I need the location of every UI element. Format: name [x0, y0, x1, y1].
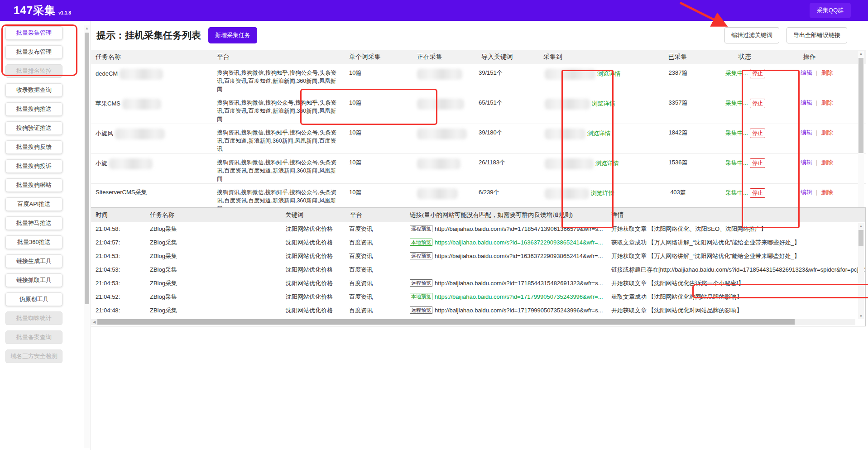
article-link[interactable]: http://baijiahao.baidu.com/s?id=17185443… — [435, 280, 603, 287]
log-row: 21:04:53: ZBlog采集 沈阳网站优化价格 百度资讯 链接或标题已存在… — [91, 263, 865, 277]
per-word-count: 10篇 — [345, 64, 412, 94]
col-actions: 操作 — [779, 53, 866, 61]
log-detail: 获取文章成功 【沈阳网站优化对网站品牌的影响】 — [607, 290, 865, 304]
sidebar-item-sogou-bind[interactable]: 批量搜狗绑站 — [5, 178, 62, 192]
col-collected-count: 已采集 — [644, 53, 711, 61]
scrollbar-thumb[interactable] — [858, 230, 863, 246]
redacted-blur — [417, 158, 460, 169]
sidebar-item-link-grab[interactable]: 链接抓取工具 — [5, 273, 62, 287]
edit-link[interactable]: 编辑 — [801, 159, 812, 166]
redacted-blur — [545, 129, 585, 139]
local-preview-badge[interactable]: 本地预览 — [410, 239, 432, 246]
log-detail: 开始获取文章 【沈阳网站优化告诉您一个小秘密!】 — [607, 277, 865, 290]
article-link[interactable]: http://baijiahao.baidu.com/s?id=17185471… — [435, 225, 603, 232]
article-link[interactable]: https://baijiahao.baidu.com/s?id=1636372… — [435, 253, 603, 259]
collected-count: 1536篇 — [644, 154, 711, 183]
sidebar-item-pseudo-original[interactable]: 伪原创工具 — [5, 292, 62, 306]
remote-preview-badge[interactable]: 远程预览 — [410, 252, 432, 259]
status-running: 采集中... — [725, 100, 748, 106]
table-row: 苹果CMS 搜狗资讯,搜狗微信,搜狗公众号,搜狗知乎,头条资讯,百度资讯,百度知… — [91, 94, 866, 124]
task-table-scrollbar[interactable]: ▲ — [858, 51, 864, 207]
per-word-count: 10篇 — [345, 184, 412, 207]
sidebar-item-batch-collect[interactable]: 批量采集管理 — [5, 26, 62, 40]
delete-link[interactable]: 删除 — [821, 69, 833, 76]
scrollbar-thumb[interactable] — [858, 58, 863, 153]
delete-link[interactable]: 删除 — [821, 189, 833, 196]
stop-button[interactable]: 停止 — [750, 69, 765, 78]
collected-count: 2387篇 — [644, 64, 711, 94]
scroll-down-icon[interactable]: ▼ — [858, 313, 864, 319]
log-horizontal-scrollbar[interactable]: ◀ — [91, 319, 855, 325]
per-word-count: 10篇 — [345, 124, 412, 153]
redacted-blur — [122, 99, 161, 110]
delete-link[interactable]: 删除 — [821, 99, 833, 106]
local-preview-badge[interactable]: 本地预览 — [410, 293, 432, 300]
sidebar-item-sogou-feedback[interactable]: 批量搜狗反馈 — [5, 140, 62, 154]
remote-preview-badge[interactable]: 远程预览 — [410, 279, 432, 287]
redacted-blur — [545, 158, 594, 169]
log-task: ZBlog采集 — [145, 222, 281, 236]
edit-link[interactable]: 编辑 — [801, 129, 812, 136]
col-time: 时间 — [91, 211, 145, 219]
divider: | — [816, 99, 817, 106]
app-header: 147采集 v1.1.8 采集QQ群 — [0, 0, 868, 21]
article-link[interactable]: https://baijiahao.baidu.com/s?id=1636372… — [435, 239, 603, 246]
remote-preview-badge[interactable]: 远程预览 — [410, 225, 432, 232]
view-details-link[interactable]: 浏览详情 — [587, 130, 611, 137]
scroll-up-icon[interactable]: ▲ — [858, 51, 864, 57]
article-link[interactable]: http://baijiahao.baidu.com/s?id=17179990… — [435, 307, 603, 314]
edit-link[interactable]: 编辑 — [801, 189, 812, 196]
log-detail: 开始获取文章 【万人网络讲解_“沈阳网站优化”能给企业带来哪些好处_】 — [607, 249, 865, 263]
scrollbar-thumb[interactable] — [97, 319, 795, 325]
remote-preview-badge[interactable]: 远程预览 — [410, 306, 432, 314]
view-details-link[interactable]: 浏览详情 — [591, 190, 614, 196]
sidebar-scrollbar[interactable]: ▲ — [84, 25, 90, 448]
col-link: 链接(量小的网站可能没有匹配，如需要可群内反馈增加规则) — [408, 211, 607, 219]
sidebar-item-sogou-push[interactable]: 批量搜狗推送 — [5, 102, 62, 116]
scrollbar-thumb[interactable] — [85, 33, 89, 304]
log-row: 21:04:52: ZBlog采集 沈阳网站优化价格 百度资讯 本地预览http… — [91, 290, 865, 304]
redacted-blur — [115, 129, 165, 139]
edit-link[interactable]: 编辑 — [801, 69, 812, 76]
sidebar-item-icp-query: 批量备案查询 — [5, 330, 62, 344]
app-logo: 147采集 — [14, 3, 56, 18]
task-platforms: 搜狗资讯,搜狗微信,搜狗公众号,搜狗知乎,头条资讯,百度资讯,百度知道,新浪新闻… — [212, 94, 345, 124]
sidebar-item-360-push[interactable]: 批量360推送 — [5, 235, 62, 249]
stop-button[interactable]: 停止 — [750, 129, 765, 138]
sidebar-item-baidu-api-push[interactable]: 百度API推送 — [5, 197, 62, 211]
scroll-left-icon[interactable]: ◀ — [91, 320, 97, 324]
view-details-link[interactable]: 浏览详情 — [592, 100, 615, 107]
scroll-up-icon[interactable]: ▲ — [84, 25, 90, 32]
log-platform: 百度资讯 — [345, 277, 408, 290]
qq-group-button[interactable]: 采集QQ群 — [810, 3, 851, 18]
keywords-progress: 65/151个 — [471, 94, 540, 124]
sidebar-item-batch-publish[interactable]: 批量发布管理 — [5, 45, 62, 59]
delete-link[interactable]: 删除 — [821, 129, 833, 136]
sidebar-item-link-generate[interactable]: 链接生成工具 — [5, 254, 62, 268]
sidebar-item-sogou-complaint[interactable]: 批量搜狗投诉 — [5, 159, 62, 173]
view-details-link[interactable]: 浏览详情 — [595, 160, 619, 167]
sidebar-item-domain-security: 域名三方安全检测 — [5, 349, 62, 363]
new-task-button[interactable]: 新增采集任务 — [208, 27, 257, 43]
log-task: ZBlog采集 — [145, 249, 281, 263]
log-row: 21:04:58: ZBlog采集 沈阳网站优化价格 百度资讯 远程预览http… — [91, 222, 865, 236]
scroll-up-icon[interactable]: ▲ — [858, 223, 864, 229]
log-time: 21:04:53: — [91, 249, 145, 263]
log-row: 21:04:53: ZBlog采集 沈阳网站优化价格 百度资讯 远程预览http… — [91, 249, 865, 263]
sidebar-item-sogou-verify-push[interactable]: 搜狗验证推送 — [5, 121, 62, 135]
sidebar-item-shenma-push[interactable]: 批量神马推送 — [5, 216, 62, 230]
edit-filter-keywords-button[interactable]: 编辑过滤关键词 — [724, 27, 779, 43]
log-vertical-scrollbar[interactable]: ▲ ▼ — [858, 223, 864, 319]
stop-button[interactable]: 停止 — [750, 158, 765, 168]
view-details-link[interactable]: 浏览详情 — [597, 70, 621, 77]
collected-count: 1842篇 — [644, 124, 711, 153]
edit-link[interactable]: 编辑 — [801, 99, 812, 106]
stop-button[interactable]: 停止 — [750, 99, 765, 108]
task-table-header: 任务名称 平台 单个词采集 正在采集 导入关键词 采集到 已采集 状态 操作 — [91, 50, 866, 64]
delete-link[interactable]: 删除 — [821, 159, 833, 166]
stop-button[interactable]: 停止 — [750, 188, 765, 198]
article-link[interactable]: https://baijiahao.baidu.com/s?id=1717999… — [435, 293, 603, 300]
log-time: 21:04:52: — [91, 290, 145, 304]
export-error-links-button[interactable]: 导出全部错误链接 — [786, 27, 847, 43]
sidebar-item-index-query[interactable]: 收录数据查询 — [5, 83, 62, 97]
